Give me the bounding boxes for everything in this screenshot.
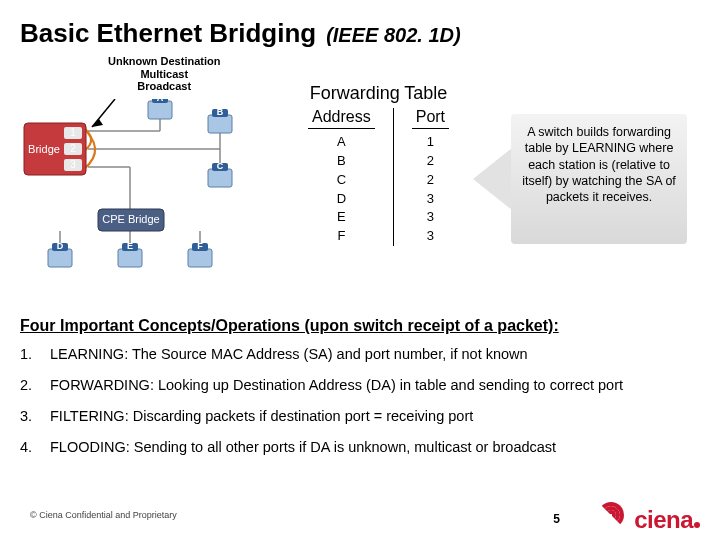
list-item: 1.LEARNING: The Source MAC Address (SA) … xyxy=(20,345,700,364)
page-subtitle: (IEEE 802. 1D) xyxy=(326,24,461,47)
logo-dot-icon xyxy=(694,522,700,528)
table-cell: 3 xyxy=(412,208,449,227)
top-area: Unknown Destination Multicast Broadcast xyxy=(20,55,700,303)
page-title: Basic Ethernet Bridging xyxy=(20,18,316,49)
ciena-logo: ciena xyxy=(598,502,700,534)
title-row: Basic Ethernet Bridging (IEEE 802. 1D) xyxy=(20,18,700,49)
page-number: 5 xyxy=(553,512,560,526)
logo-text: ciena xyxy=(634,506,693,534)
svg-text:E: E xyxy=(127,241,133,251)
svg-rect-26 xyxy=(48,249,72,267)
concepts-list: 1.LEARNING: The Source MAC Address (SA) … xyxy=(20,345,700,456)
callout-arrow: A switch builds forwarding table by LEAR… xyxy=(477,55,700,303)
table-cell: B xyxy=(308,152,375,171)
annotation: Unknown Destination Multicast Broadcast xyxy=(108,55,220,93)
station-c: C xyxy=(208,161,232,187)
station-f: F xyxy=(188,241,212,267)
table-cell: A xyxy=(308,133,375,152)
svg-text:C: C xyxy=(217,161,224,171)
table-cell: 2 xyxy=(412,171,449,190)
cpe-bridge-label: CPE Bridge xyxy=(102,213,159,225)
svg-text:B: B xyxy=(217,107,224,117)
table-cell: E xyxy=(308,208,375,227)
table-cell: D xyxy=(308,190,375,209)
svg-text:F: F xyxy=(197,241,203,251)
station-a: A xyxy=(148,99,172,119)
list-item: 2.FORWARDING: Looking up Destination Add… xyxy=(20,376,700,395)
svg-rect-32 xyxy=(188,249,212,267)
svg-rect-20 xyxy=(208,115,232,133)
concepts-heading: Four Important Concepts/Operations (upon… xyxy=(20,317,700,335)
table-cell: C xyxy=(308,171,375,190)
topology-diagram: Unknown Destination Multicast Broadcast xyxy=(20,55,280,303)
diagram-svg: 1 2 3 Bridge CPE Bridge A B xyxy=(20,99,280,299)
list-item: 3.FILTERING: Discarding packets if desti… xyxy=(20,407,700,426)
table-cell: F xyxy=(308,227,375,246)
station-d: D xyxy=(48,241,72,267)
table-cell: 1 xyxy=(412,133,449,152)
svg-rect-23 xyxy=(208,169,232,187)
logo-icon xyxy=(598,502,632,528)
station-e: E xyxy=(118,241,142,267)
callout-text: A switch builds forwarding table by LEAR… xyxy=(517,124,681,205)
col-header-port: Port xyxy=(412,108,449,129)
col-header-address: Address xyxy=(308,108,375,129)
svg-line-0 xyxy=(92,99,115,127)
bridge-label: Bridge xyxy=(28,143,60,155)
forwarding-table-title: Forwarding Table xyxy=(290,83,467,104)
station-b: B xyxy=(208,107,232,133)
table-cell: 2 xyxy=(412,152,449,171)
annotation-line: Broadcast xyxy=(108,80,220,93)
port-label: 2 xyxy=(70,143,76,154)
port-label: 1 xyxy=(70,127,76,138)
list-item: 4.FLOODING: Sending to all other ports i… xyxy=(20,438,700,457)
annotation-line: Multicast xyxy=(108,68,220,81)
svg-text:A: A xyxy=(157,99,164,103)
forwarding-table: Address A B C D E F Port 1 2 2 3 3 3 xyxy=(290,108,467,246)
port-label: 3 xyxy=(70,159,76,170)
svg-text:D: D xyxy=(57,241,64,251)
table-cell: 3 xyxy=(412,190,449,209)
forwarding-table-block: Forwarding Table Address A B C D E F Por… xyxy=(290,55,467,303)
table-cell: 3 xyxy=(412,227,449,246)
svg-rect-29 xyxy=(118,249,142,267)
svg-rect-17 xyxy=(148,101,172,119)
slide: Basic Ethernet Bridging (IEEE 802. 1D) U… xyxy=(0,0,720,540)
annotation-line: Unknown Destination xyxy=(108,55,220,68)
